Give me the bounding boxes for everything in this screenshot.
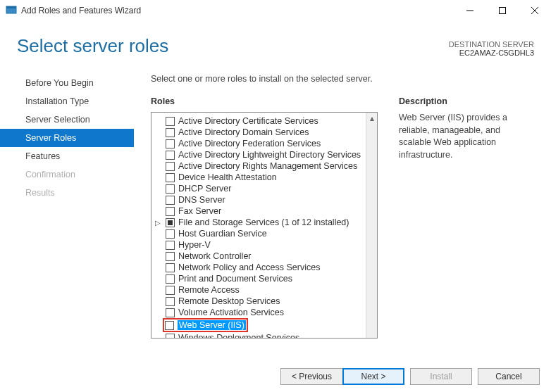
- role-row[interactable]: Active Directory Rights Management Servi…: [166, 160, 364, 172]
- roles-heading: Roles: [151, 96, 378, 106]
- role-checkbox[interactable]: [165, 321, 174, 330]
- sidebar: Before You BeginInstallation TypeServer …: [0, 74, 134, 339]
- role-label: Volume Activation Services: [178, 308, 284, 317]
- page-title: Select server roles: [17, 35, 168, 57]
- minimize-button[interactable]: [454, 0, 486, 21]
- sidebar-item-confirmation: Confirmation: [0, 165, 134, 184]
- install-button[interactable]: Install: [410, 368, 472, 385]
- role-label: Network Policy and Access Services: [178, 263, 320, 272]
- role-label: Host Guardian Service: [178, 229, 267, 239]
- description-text: Web Server (IIS) provides a reliable, ma…: [399, 112, 534, 161]
- role-checkbox[interactable]: [166, 139, 175, 148]
- role-row[interactable]: Remote Desktop Services: [166, 296, 364, 307]
- sidebar-item-features[interactable]: Features: [0, 147, 134, 165]
- sidebar-item-server-selection[interactable]: Server Selection: [0, 110, 134, 129]
- role-label: Hyper-V: [178, 240, 211, 250]
- next-button[interactable]: Next >: [342, 368, 404, 385]
- role-checkbox[interactable]: [166, 274, 175, 284]
- role-row[interactable]: Print and Document Services: [166, 273, 364, 284]
- sidebar-item-results: Results: [0, 184, 134, 202]
- role-checkbox[interactable]: [166, 308, 175, 317]
- role-checkbox[interactable]: [166, 173, 175, 182]
- role-row[interactable]: Host Guardian Service: [166, 228, 364, 239]
- role-label: Fax Server: [178, 206, 221, 216]
- role-label: Web Server (IIS): [178, 320, 246, 330]
- scrollbar[interactable]: ▴: [366, 113, 377, 338]
- role-checkbox[interactable]: [166, 229, 175, 239]
- role-row[interactable]: Hyper-V: [166, 239, 364, 251]
- role-label: Active Directory Federation Services: [178, 139, 321, 148]
- svg-rect-3: [500, 8, 506, 14]
- highlight-frame: Web Server (IIS): [163, 318, 248, 332]
- window-title: Add Roles and Features Wizard: [21, 6, 454, 15]
- role-label: Active Directory Rights Management Servi…: [178, 161, 357, 171]
- role-label: Remote Access: [178, 285, 240, 295]
- role-checkbox[interactable]: [166, 241, 175, 250]
- role-checkbox[interactable]: [166, 252, 175, 261]
- footer-buttons: < Previous Next > Install Cancel: [280, 368, 540, 385]
- role-row[interactable]: Active Directory Federation Services: [166, 138, 364, 149]
- role-label: Print and Document Services: [178, 274, 292, 284]
- role-checkbox[interactable]: [166, 128, 175, 137]
- titlebar: Add Roles and Features Wizard: [0, 0, 551, 21]
- instruction-text: Select one or more roles to install on t…: [151, 74, 534, 84]
- role-label: Active Directory Lightweight Directory S…: [178, 150, 361, 160]
- role-label: Remote Desktop Services: [178, 296, 280, 306]
- role-checkbox[interactable]: [166, 297, 175, 306]
- maximize-button[interactable]: [486, 0, 519, 21]
- role-checkbox[interactable]: [166, 196, 175, 205]
- sidebar-item-before-you-begin[interactable]: Before You Begin: [0, 74, 134, 92]
- role-row[interactable]: Active Directory Certificate Services: [166, 115, 364, 127]
- sidebar-item-installation-type[interactable]: Installation Type: [0, 92, 134, 110]
- role-row[interactable]: Remote Access: [166, 284, 364, 296]
- close-button[interactable]: [519, 0, 551, 21]
- description-heading: Description: [399, 96, 534, 106]
- previous-button[interactable]: < Previous: [280, 368, 342, 385]
- role-row[interactable]: Network Controller: [166, 251, 364, 262]
- wizard-icon: [6, 5, 17, 16]
- role-label: Device Health Attestation: [178, 172, 277, 182]
- scroll-up-icon[interactable]: ▴: [366, 113, 377, 124]
- role-label: Network Controller: [178, 251, 252, 261]
- roles-listbox[interactable]: Active Directory Certificate ServicesAct…: [151, 112, 378, 339]
- role-label: DHCP Server: [178, 184, 231, 194]
- role-row[interactable]: DHCP Server: [166, 183, 364, 194]
- role-checkbox[interactable]: [166, 218, 175, 227]
- destination-label: DESTINATION SERVER: [449, 40, 534, 49]
- destination-server: DESTINATION SERVER EC2AMAZ-C5GDHL3: [449, 40, 534, 57]
- role-checkbox[interactable]: [166, 263, 175, 272]
- sidebar-item-server-roles[interactable]: Server Roles: [0, 129, 134, 147]
- role-label: Active Directory Domain Services: [178, 127, 309, 137]
- role-row[interactable]: Network Policy and Access Services: [166, 262, 364, 273]
- cancel-button[interactable]: Cancel: [478, 368, 540, 385]
- role-label: Active Directory Certificate Services: [178, 116, 318, 126]
- role-checkbox[interactable]: [166, 184, 175, 194]
- role-row[interactable]: Active Directory Domain Services: [166, 127, 364, 138]
- svg-rect-1: [6, 6, 16, 8]
- role-row[interactable]: Web Server (IIS): [165, 320, 246, 331]
- role-row[interactable]: Volume Activation Services: [166, 307, 364, 318]
- header: Select server roles DESTINATION SERVER E…: [0, 21, 551, 60]
- role-checkbox[interactable]: [166, 162, 175, 171]
- role-row[interactable]: Device Health Attestation: [166, 172, 364, 183]
- role-checkbox[interactable]: [166, 117, 175, 126]
- role-label: DNS Server: [178, 195, 225, 205]
- role-row[interactable]: Fax Server: [166, 206, 364, 217]
- role-checkbox[interactable]: [166, 286, 175, 295]
- role-checkbox[interactable]: [166, 207, 175, 216]
- destination-value: EC2AMAZ-C5GDHL3: [449, 49, 534, 57]
- role-checkbox[interactable]: [166, 151, 175, 160]
- role-label: Windows Deployment Services: [178, 333, 299, 338]
- role-row[interactable]: DNS Server: [166, 194, 364, 206]
- role-row[interactable]: ▷File and Storage Services (1 of 12 inst…: [166, 217, 364, 228]
- role-label: File and Storage Services (1 of 12 insta…: [178, 217, 349, 227]
- role-row[interactable]: Active Directory Lightweight Directory S…: [166, 149, 364, 160]
- role-checkbox[interactable]: [166, 334, 175, 339]
- role-row[interactable]: Windows Deployment Services: [166, 332, 364, 338]
- expand-icon[interactable]: ▷: [154, 219, 161, 227]
